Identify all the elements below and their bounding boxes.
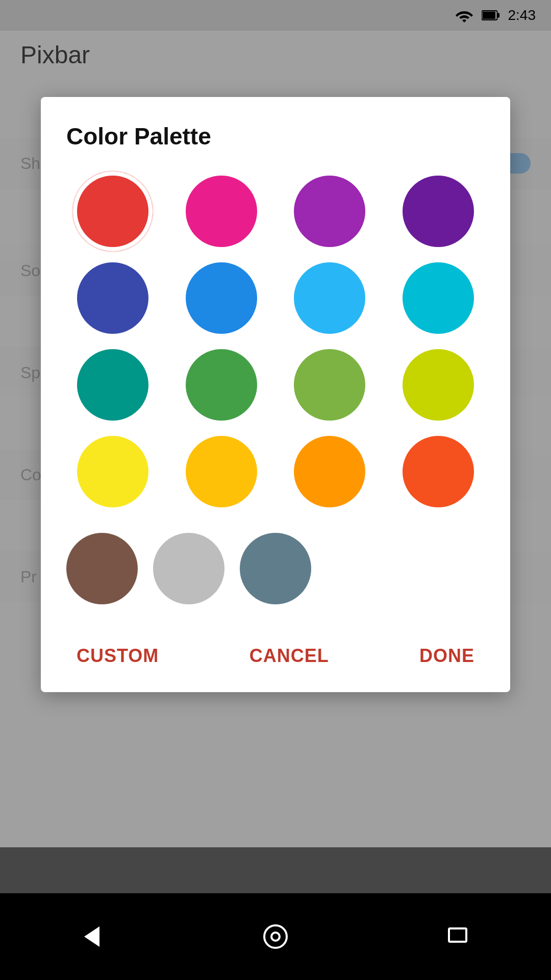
color-swatch-deep-purple[interactable] [403,176,474,247]
color-swatch-yellow[interactable] [77,436,148,507]
color-swatch-green[interactable] [186,349,257,421]
svg-rect-6 [449,928,466,942]
svg-point-4 [264,925,287,948]
color-grid-main [66,176,485,507]
svg-point-5 [271,933,280,941]
color-swatch-orange[interactable] [294,436,365,507]
color-swatch-red[interactable] [77,176,148,247]
color-swatch-lime[interactable] [403,349,474,421]
color-swatch-grey[interactable] [153,533,224,604]
cancel-button[interactable]: CANCEL [239,640,339,672]
dialog-title: Color Palette [66,122,485,150]
color-palette-dialog: Color Palette CUSTOM CANCEL DONE [41,97,510,692]
done-button[interactable]: DONE [409,640,485,672]
color-swatch-deep-orange[interactable] [403,436,474,507]
color-swatch-pink[interactable] [186,176,257,247]
custom-button[interactable]: CUSTOM [66,640,169,672]
color-swatch-cyan[interactable] [403,262,474,334]
color-swatch-magenta[interactable] [294,176,365,247]
color-grid-last [66,533,485,604]
nav-home-button[interactable] [255,916,296,957]
color-swatch-teal[interactable] [77,349,148,421]
dialog-actions: CUSTOM CANCEL DONE [66,630,485,672]
color-swatch-light-blue[interactable] [294,262,365,334]
color-swatch-blue[interactable] [186,262,257,334]
color-swatch-amber[interactable] [186,436,257,507]
bottom-nav-bar [0,893,551,980]
nav-back-button[interactable] [71,916,112,957]
svg-marker-3 [84,926,99,947]
color-swatch-blue-grey[interactable] [240,533,311,604]
color-swatch-indigo[interactable] [77,262,148,334]
color-swatch-brown[interactable] [66,533,138,604]
color-swatch-light-green[interactable] [294,349,365,421]
nav-recents-button[interactable] [439,916,480,957]
